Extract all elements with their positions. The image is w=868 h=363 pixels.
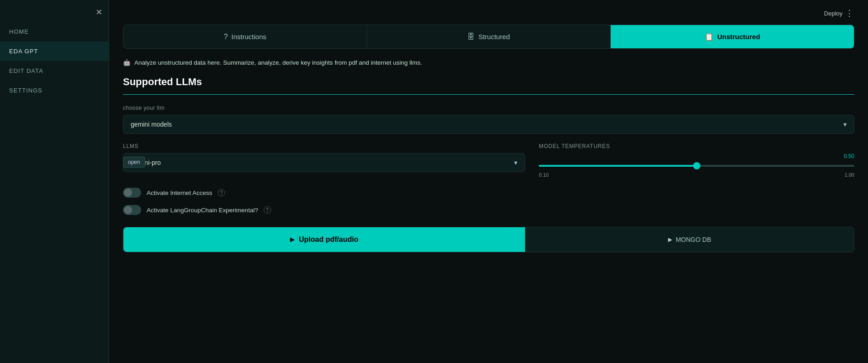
langchain-row: Activate LangGroupChain Experimental? ? <box>123 205 854 215</box>
tab-unstructured[interactable]: 📋 Unstructured <box>611 25 854 48</box>
langchain-help-icon[interactable]: ? <box>264 206 271 214</box>
llm-provider-dropdown[interactable]: gemini models ▾ <box>123 115 854 134</box>
llms-label: LLMS <box>123 143 525 149</box>
sidebar-close-area: ✕ <box>0 5 109 22</box>
instructions-icon: ? <box>224 33 228 41</box>
internet-access-help-icon[interactable]: ? <box>218 189 225 196</box>
menu-dots-icon[interactable]: ⋮ <box>845 8 854 18</box>
temp-label: Model Temperatures <box>539 143 854 149</box>
action-bar: ▶ Upload pdf/audio ▶ MONGO DB <box>123 227 854 252</box>
llms-temp-row: LLMS gemini-pro ▾ open Model Temperature… <box>123 143 854 178</box>
langchain-toggle[interactable] <box>123 205 141 215</box>
llms-dropdown[interactable]: gemini-pro ▾ <box>123 153 525 172</box>
choose-llm-label: choose your llm <box>123 105 854 111</box>
toggle-knob-2 <box>124 206 132 214</box>
tab-instructions[interactable]: ? Instructions <box>123 25 367 48</box>
section-title: Supported LLMs <box>123 76 854 88</box>
internet-access-row: Activate Internet Access ? <box>123 188 854 198</box>
description-text: 🤖 Analyze unstructured data here. Summar… <box>123 59 854 66</box>
open-tooltip: open <box>123 157 145 168</box>
upload-play-icon: ▶ <box>290 236 294 243</box>
tab-bar: ? Instructions 🗄 Structured 📋 Unstructur… <box>123 25 854 49</box>
upload-button[interactable]: ▶ Upload pdf/audio <box>123 227 525 252</box>
llms-col: LLMS gemini-pro ▾ open <box>123 143 525 172</box>
sidebar: ✕ HOME EDA GPT EDIT DATA SETTINGS <box>0 0 109 363</box>
main-content: Deploy ⋮ ? Instructions 🗄 Structured 📋 U… <box>109 0 868 363</box>
sidebar-item-settings[interactable]: SETTINGS <box>0 81 109 100</box>
llms-arrow-icon: ▾ <box>514 159 517 166</box>
close-button[interactable]: ✕ <box>96 7 102 17</box>
mongo-button[interactable]: ▶ MONGO DB <box>525 227 854 252</box>
temp-current-value: 0.50 <box>539 153 854 159</box>
slider-labels: 0.10 1.00 <box>539 172 854 178</box>
sidebar-item-eda-gpt[interactable]: EDA GPT <box>0 41 109 61</box>
robot-icon: 🤖 <box>123 59 131 66</box>
llm-provider-arrow-icon: ▾ <box>843 121 847 128</box>
unstructured-icon: 📋 <box>705 32 714 41</box>
temp-col: Model Temperatures 0.50 0.10 1.00 <box>539 143 854 178</box>
toggle-knob-1 <box>124 189 132 197</box>
temp-slider[interactable] <box>539 165 854 167</box>
section-divider <box>123 94 854 95</box>
sidebar-item-home[interactable]: HOME <box>0 22 109 41</box>
deploy-button[interactable]: Deploy ⋮ <box>824 8 854 18</box>
internet-access-toggle[interactable] <box>123 188 141 198</box>
slider-wrap <box>539 161 854 170</box>
sidebar-item-edit-data[interactable]: EDIT DATA <box>0 61 109 81</box>
tab-structured[interactable]: 🗄 Structured <box>367 25 611 48</box>
topbar: Deploy ⋮ <box>123 8 854 18</box>
mongo-play-icon: ▶ <box>668 236 672 243</box>
structured-icon: 🗄 <box>467 33 475 41</box>
